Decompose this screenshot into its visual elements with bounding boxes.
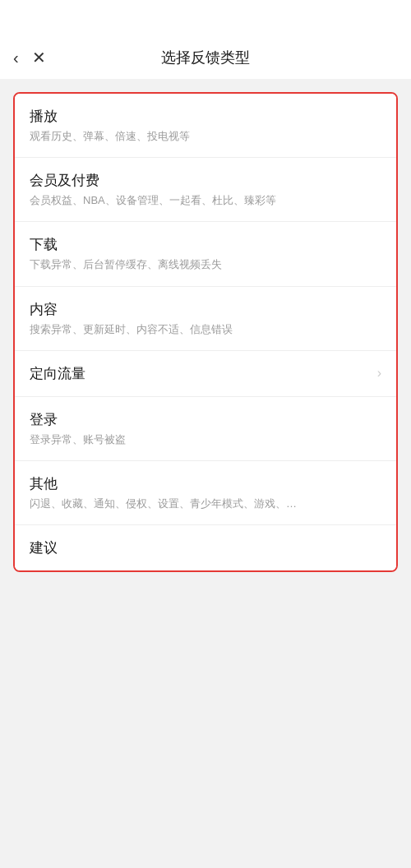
item-subtitle-download: 下载异常、后台暂停缓存、离线视频丢失 (30, 257, 381, 272)
item-subtitle-membership: 会员权益、NBA、设备管理、一起看、杜比、臻彩等 (30, 193, 381, 208)
nav-bar: ‹ ✕ 选择反馈类型 (0, 36, 411, 79)
list-item-content-download: 下载下载异常、后台暂停缓存、离线视频丢失 (30, 235, 381, 272)
item-title-traffic: 定向流量 (30, 364, 377, 383)
list-item-content-traffic: 定向流量 (30, 364, 377, 383)
content-area: 播放观看历史、弹幕、倍速、投电视等会员及付费会员权益、NBA、设备管理、一起看、… (0, 79, 411, 704)
list-item-content-suggestion: 建议 (30, 538, 381, 557)
list-item-membership[interactable]: 会员及付费会员权益、NBA、设备管理、一起看、杜比、臻彩等 (15, 158, 396, 222)
item-subtitle-playback: 观看历史、弹幕、倍速、投电视等 (30, 129, 381, 144)
bottom-area (0, 704, 411, 868)
item-title-other: 其他 (30, 474, 381, 493)
nav-left: ‹ ✕ (13, 48, 46, 67)
list-item-content-other: 其他闪退、收藏、通知、侵权、设置、青少年模式、游戏、… (30, 474, 381, 511)
chevron-right-icon: › (377, 366, 381, 381)
item-subtitle-other: 闪退、收藏、通知、侵权、设置、青少年模式、游戏、… (30, 496, 381, 511)
back-icon[interactable]: ‹ (13, 48, 19, 67)
status-bar (0, 0, 411, 36)
item-title-playback: 播放 (30, 107, 381, 126)
list-item-content-content: 内容搜索异常、更新延时、内容不适、信息错误 (30, 300, 381, 337)
list-item-suggestion[interactable]: 建议 (15, 525, 396, 570)
item-title-content: 内容 (30, 300, 381, 319)
list-item-content-playback: 播放观看历史、弹幕、倍速、投电视等 (30, 107, 381, 144)
list-item-content-login: 登录登录异常、账号被盗 (30, 410, 381, 447)
item-title-membership: 会员及付费 (30, 171, 381, 190)
item-title-download: 下载 (30, 235, 381, 254)
list-item-download[interactable]: 下载下载异常、后台暂停缓存、离线视频丢失 (15, 222, 396, 286)
list-item-content[interactable]: 内容搜索异常、更新延时、内容不适、信息错误 (15, 287, 396, 351)
close-icon[interactable]: ✕ (32, 48, 46, 67)
list-item-content-membership: 会员及付费会员权益、NBA、设备管理、一起看、杜比、臻彩等 (30, 171, 381, 208)
page-title: 选择反馈类型 (161, 48, 250, 67)
list-item-traffic[interactable]: 定向流量› (15, 351, 396, 397)
list-item-login[interactable]: 登录登录异常、账号被盗 (15, 397, 396, 461)
list-item-playback[interactable]: 播放观看历史、弹幕、倍速、投电视等 (15, 94, 396, 158)
feedback-list-card: 播放观看历史、弹幕、倍速、投电视等会员及付费会员权益、NBA、设备管理、一起看、… (13, 92, 398, 572)
item-subtitle-login: 登录异常、账号被盗 (30, 432, 381, 447)
item-subtitle-content: 搜索异常、更新延时、内容不适、信息错误 (30, 322, 381, 337)
list-item-other[interactable]: 其他闪退、收藏、通知、侵权、设置、青少年模式、游戏、… (15, 461, 396, 525)
item-title-suggestion: 建议 (30, 538, 381, 557)
item-title-login: 登录 (30, 410, 381, 429)
